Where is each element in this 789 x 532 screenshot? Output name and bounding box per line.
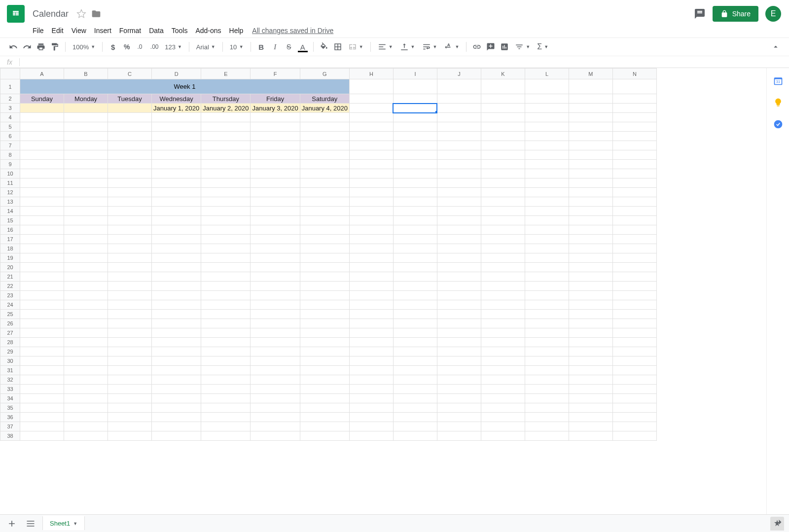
sheets-logo-icon[interactable] [7, 5, 25, 23]
italic-button[interactable]: I [269, 40, 282, 53]
cell[interactable] [201, 282, 251, 291]
cell[interactable] [393, 132, 437, 141]
cell[interactable] [201, 385, 251, 394]
cell[interactable] [393, 188, 437, 197]
menu-help[interactable]: Help [225, 25, 248, 36]
cell[interactable] [525, 178, 569, 188]
cell[interactable] [612, 104, 656, 113]
cell[interactable] [201, 160, 251, 169]
cell[interactable] [251, 225, 300, 235]
cell[interactable] [349, 113, 393, 122]
cell[interactable] [569, 132, 612, 141]
cell[interactable] [525, 132, 569, 141]
cell[interactable] [108, 122, 152, 132]
cell[interactable] [201, 356, 251, 366]
date-cell[interactable] [108, 104, 152, 113]
cell[interactable] [108, 328, 152, 338]
cell[interactable] [108, 197, 152, 207]
cell[interactable] [64, 385, 108, 394]
cell[interactable] [393, 253, 437, 263]
star-icon[interactable] [76, 9, 86, 19]
cell[interactable] [201, 291, 251, 300]
cell[interactable] [152, 356, 201, 366]
menu-format[interactable]: Format [115, 25, 145, 36]
cell[interactable] [481, 188, 525, 197]
cell[interactable] [300, 122, 349, 132]
cell[interactable] [481, 169, 525, 178]
cell[interactable] [393, 169, 437, 178]
row-header[interactable]: 36 [0, 413, 20, 422]
cell[interactable] [201, 235, 251, 244]
cell[interactable] [251, 178, 300, 188]
day-header-cell[interactable]: Tuesday [108, 94, 152, 104]
cell[interactable] [437, 141, 481, 150]
cell[interactable] [393, 272, 437, 282]
cell[interactable] [569, 385, 612, 394]
cell[interactable] [349, 356, 393, 366]
cell[interactable] [251, 366, 300, 375]
row-header[interactable]: 14 [0, 207, 20, 216]
row-header[interactable]: 28 [0, 338, 20, 347]
cell[interactable] [20, 338, 64, 347]
cell[interactable] [393, 291, 437, 300]
cell[interactable] [251, 132, 300, 141]
cell[interactable] [108, 366, 152, 375]
cell[interactable] [525, 104, 569, 113]
row-header[interactable]: 15 [0, 216, 20, 225]
cell[interactable] [393, 328, 437, 338]
cell[interactable] [349, 319, 393, 328]
cell[interactable] [437, 253, 481, 263]
cell[interactable] [251, 356, 300, 366]
cell[interactable] [481, 272, 525, 282]
cell[interactable] [569, 188, 612, 197]
cell[interactable] [481, 338, 525, 347]
cell[interactable] [393, 207, 437, 216]
cell[interactable] [20, 291, 64, 300]
cell[interactable] [525, 347, 569, 356]
cell[interactable] [481, 113, 525, 122]
cell[interactable] [481, 197, 525, 207]
cell[interactable] [525, 375, 569, 385]
cell[interactable] [569, 310, 612, 319]
cell[interactable] [525, 188, 569, 197]
cell[interactable] [612, 216, 656, 225]
redo-button[interactable] [21, 40, 34, 53]
cell[interactable] [152, 197, 201, 207]
cell[interactable] [64, 253, 108, 263]
cell[interactable] [393, 375, 437, 385]
cell[interactable] [569, 403, 612, 413]
cell[interactable] [612, 431, 656, 441]
cell[interactable] [525, 282, 569, 291]
cell[interactable] [393, 319, 437, 328]
row-header[interactable]: 31 [0, 366, 20, 375]
cell[interactable] [569, 291, 612, 300]
cell[interactable] [612, 113, 656, 122]
cell[interactable] [152, 431, 201, 441]
cell[interactable] [152, 160, 201, 169]
cell[interactable] [525, 207, 569, 216]
cell[interactable] [64, 263, 108, 272]
cell[interactable] [437, 366, 481, 375]
text-wrap-dropdown[interactable]: ▼ [419, 42, 440, 51]
cell[interactable] [64, 413, 108, 422]
row-header[interactable]: 34 [0, 394, 20, 403]
cell[interactable] [481, 178, 525, 188]
cell[interactable] [569, 394, 612, 403]
row-header[interactable]: 10 [0, 169, 20, 178]
cell[interactable] [569, 216, 612, 225]
cell[interactable] [349, 253, 393, 263]
all-sheets-button[interactable] [24, 517, 37, 531]
cell[interactable] [64, 310, 108, 319]
cell[interactable] [437, 431, 481, 441]
cell[interactable] [201, 244, 251, 253]
cell[interactable] [152, 188, 201, 197]
cell[interactable] [251, 319, 300, 328]
cell[interactable] [349, 422, 393, 431]
cell[interactable] [251, 413, 300, 422]
cell[interactable] [20, 225, 64, 235]
cell[interactable] [569, 300, 612, 310]
cell[interactable] [569, 235, 612, 244]
cell[interactable] [152, 141, 201, 150]
functions-dropdown[interactable]: Σ▼ [534, 42, 551, 51]
cell[interactable] [300, 319, 349, 328]
